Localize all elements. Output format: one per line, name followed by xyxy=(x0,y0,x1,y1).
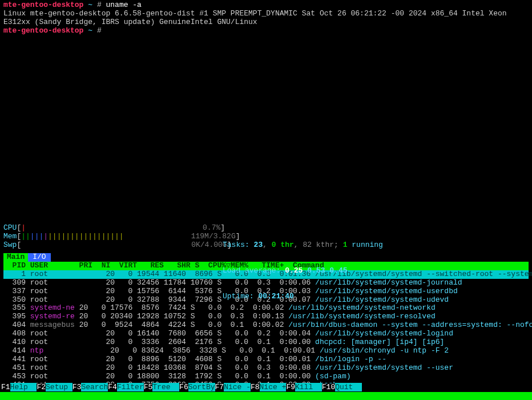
prompt-hash: # xyxy=(97,26,102,35)
table-row[interactable]: 441 root 20 0 8896 5120 4608 S 0.0 0.1 0… xyxy=(3,355,529,364)
function-key-bar: F1Help F2Setup F3SearchF4FilterF5Tree F6… xyxy=(0,383,532,392)
fnkey-label[interactable]: Help xyxy=(10,383,37,391)
fnkey-label[interactable]: Quit xyxy=(335,383,362,391)
prompt-line-2[interactable]: mte-gentoo-desktop ~ # xyxy=(3,27,529,35)
prompt-line-1: mte-gentoo-desktop ~ # uname -a xyxy=(3,1,529,10)
fnkey-f3[interactable]: F3 xyxy=(72,383,82,391)
fnkey-f8[interactable]: F8 xyxy=(251,383,260,391)
fnkey-f9[interactable]: F9 xyxy=(286,383,295,391)
fnkey-f7[interactable]: F7 xyxy=(215,383,224,391)
fnkey-label[interactable]: SortBy xyxy=(188,383,215,391)
prompt-tilde: ~ xyxy=(88,26,92,35)
fnkey-label[interactable]: Kill xyxy=(295,383,322,391)
table-row[interactable]: 414 ntp 20 0 83624 3856 3328 S 0.0 0.1 0… xyxy=(3,347,529,355)
tasks-line: Tasks: 23, 0 thr, 82 kthr; 1 running xyxy=(223,241,383,250)
stats-block: Tasks: 23, 0 thr, 82 kthr; 1 running Loa… xyxy=(223,224,383,318)
fnkey-f1[interactable]: F1 xyxy=(1,383,10,391)
prompt-host: mte-gentoo-desktop xyxy=(3,1,83,9)
fnkey-f6[interactable]: F6 xyxy=(179,383,188,391)
loadavg-line: Load average: 0.25 0.53 0.45 xyxy=(223,267,383,275)
fnkey-label[interactable]: Filter xyxy=(117,383,144,391)
uname-output: Linux mte-gentoo-desktop 6.6.58-gentoo-d… xyxy=(3,10,529,27)
fnkey-f4[interactable]: F4 xyxy=(108,383,117,391)
tab-io[interactable]: I/O xyxy=(28,253,50,262)
uptime-line: Uptime: 00:21:40 xyxy=(223,293,383,301)
table-row[interactable]: 453 root 20 0 18800 3128 1792 S 0.0 0.1 … xyxy=(3,373,529,381)
table-row[interactable]: 408 root 20 0 16140 7680 6656 S 0.0 0.2 … xyxy=(3,330,529,338)
fnkey-label[interactable]: Search xyxy=(81,383,108,391)
tmux-statusbar: [0] 0:htop* "root@mte-gentoo-deskt" 09:4… xyxy=(0,392,532,400)
htop-pane[interactable]: CPU[|0.7%] Mem[|||||||||||||||||||||||11… xyxy=(0,222,532,398)
table-row[interactable]: 410 root 20 0 3336 2604 2176 S 0.0 0.1 0… xyxy=(3,338,529,347)
upper-terminal[interactable]: mte-gentoo-desktop ~ # uname -a Linux mt… xyxy=(0,0,532,37)
table-row[interactable]: 451 root 20 0 18428 10368 8704 S 0.0 0.3… xyxy=(3,364,529,373)
prompt-tilde: ~ xyxy=(88,1,92,9)
fnkey-label[interactable]: Tree xyxy=(152,383,179,391)
fnkey-label[interactable]: Nice - xyxy=(224,383,251,391)
command-uname: uname -a xyxy=(106,1,142,9)
fnkey-f10[interactable]: F10 xyxy=(322,383,335,391)
fnkey-f5[interactable]: F5 xyxy=(144,383,153,391)
tab-main[interactable]: Main xyxy=(3,253,28,262)
fnkey-label[interactable]: Nice + xyxy=(260,383,287,391)
fnkey-label[interactable]: Setup xyxy=(46,383,72,391)
prompt-hash: # xyxy=(97,1,102,9)
fnkey-f2[interactable]: F2 xyxy=(37,383,46,391)
prompt-host: mte-gentoo-desktop xyxy=(3,26,83,35)
table-row[interactable]: 404 messagebus 20 0 9524 4864 4224 S 0.0… xyxy=(3,321,529,330)
